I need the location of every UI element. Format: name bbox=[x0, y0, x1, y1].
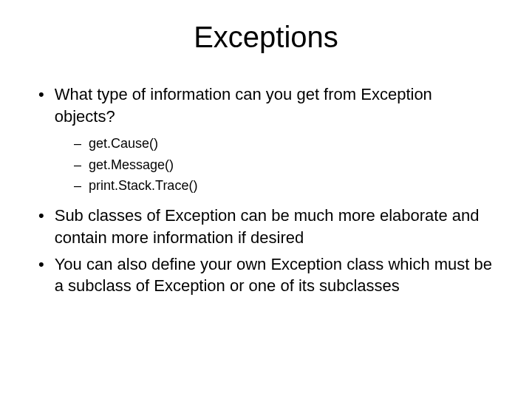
bullet-marker: • bbox=[38, 205, 44, 248]
bullet-marker: • bbox=[38, 253, 44, 297]
bullet-marker: • bbox=[38, 83, 44, 127]
list-item-text: Sub classes of Exception can be much mor… bbox=[55, 205, 495, 248]
dash-marker: – bbox=[74, 134, 81, 152]
list-item: – print.Stack.Trace() bbox=[74, 177, 495, 194]
list-item-text: print.Stack.Trace() bbox=[89, 177, 197, 194]
list-item: • Sub classes of Exception can be much m… bbox=[37, 205, 495, 248]
list-item: – get.Cause() bbox=[74, 134, 495, 152]
dash-marker: – bbox=[74, 156, 81, 174]
list-item: • What type of information can you get f… bbox=[37, 83, 495, 127]
list-item-text: You can also define your own Exception c… bbox=[55, 253, 495, 297]
slide-title: Exceptions bbox=[37, 21, 495, 54]
list-item-text: get.Message() bbox=[89, 156, 174, 174]
list-item: • You can also define your own Exception… bbox=[37, 253, 495, 297]
list-item: – get.Message() bbox=[74, 156, 495, 174]
list-item-text: What type of information can you get fro… bbox=[55, 83, 495, 127]
dash-marker: – bbox=[74, 177, 81, 194]
list-item-text: get.Cause() bbox=[89, 134, 158, 152]
slide-content: • What type of information can you get f… bbox=[37, 83, 495, 297]
sub-list: – get.Cause() – get.Message() – print.St… bbox=[74, 134, 495, 194]
